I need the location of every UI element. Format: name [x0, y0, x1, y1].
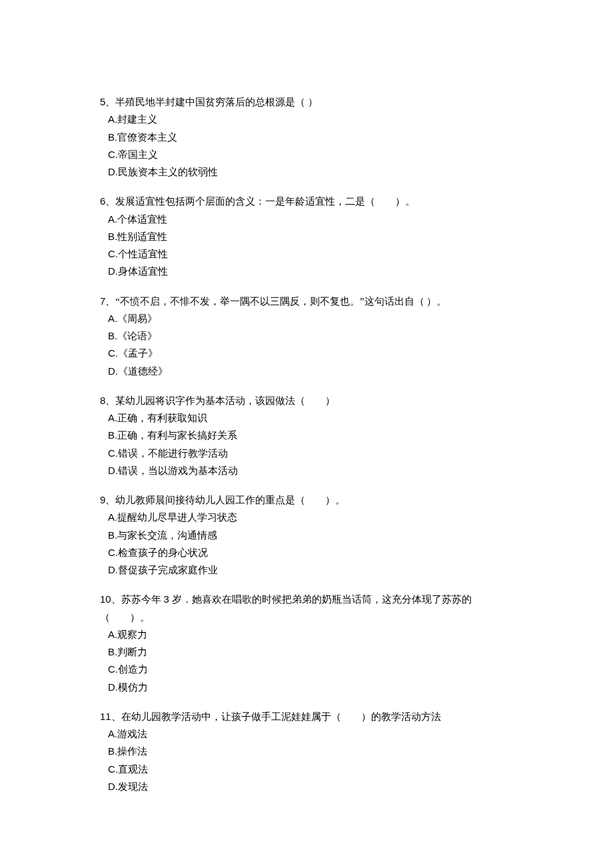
option-text: 封建主义 — [117, 114, 157, 125]
stem-text-suffix: 岁．她喜欢在唱歌的时候把弟弟的奶瓶当话筒，这充分体现了苏苏的 — [169, 594, 472, 605]
option-text: 模仿力 — [118, 682, 148, 693]
option-letter: A. — [108, 511, 117, 523]
question-10: 10、苏苏今年 3 岁．她喜欢在唱歌的时候把弟弟的奶瓶当话筒，这充分体现了苏苏的… — [100, 591, 513, 696]
option-letter: C. — [108, 248, 118, 259]
option-c: C.个性适宜性 — [108, 245, 513, 263]
option-letter: B. — [108, 131, 117, 143]
option-text: 游戏法 — [117, 729, 147, 739]
option-letter: D. — [108, 265, 118, 277]
option-a: A.个体适宜性 — [108, 211, 513, 228]
question-stem: 6、发展适宜性包括两个层面的含义：一是年龄适宜性，二是（ ）。 — [100, 193, 513, 210]
option-letter: A. — [108, 113, 117, 125]
option-text: 帝国主义 — [118, 149, 158, 160]
option-letter: B. — [108, 646, 117, 657]
question-number: 10 — [100, 593, 111, 605]
option-a: A.观察力 — [108, 626, 513, 643]
option-text: 《道德经》 — [118, 366, 168, 377]
option-letter: D. — [108, 166, 118, 177]
exam-page: 5、半殖民地半封建中国贫穷落后的总根源是（ ） A.封建主义 B.官僚资本主义 … — [0, 0, 613, 861]
stem-text: 、在幼儿园教学活动中，让孩子做手工泥娃娃属于（ ）的教学活动方法 — [111, 711, 441, 722]
options: A.封建主义 B.官僚资本主义 C.帝国主义 D.民族资本主义的软弱性 — [100, 111, 513, 181]
option-b: B.官僚资本主义 — [108, 129, 513, 146]
option-text: 错误，不能进行教学活动 — [118, 448, 228, 459]
question-stem: 9、幼儿教师晨间接待幼儿人园工作的重点是（ ）。 — [100, 491, 513, 509]
option-c: C.直观法 — [108, 761, 513, 778]
option-letter: D. — [108, 365, 118, 377]
option-text: 《周易》 — [117, 313, 157, 324]
option-letter: D. — [108, 465, 118, 476]
option-text: 督促孩子完成家庭作业 — [118, 565, 218, 575]
option-letter: C. — [108, 447, 118, 459]
option-text: 操作法 — [117, 746, 147, 757]
option-letter: A. — [108, 313, 117, 324]
option-text: 提醒幼儿尽早进人学习状态 — [117, 512, 237, 523]
option-text: 《孟子》 — [118, 348, 158, 359]
option-letter: C. — [108, 547, 118, 558]
option-text: 与家长交流，沟通情感 — [117, 530, 217, 541]
option-a: A.提醒幼儿尽早进人学习状态 — [108, 509, 513, 526]
option-letter: C. — [108, 763, 118, 775]
question-number: 11 — [100, 711, 111, 722]
option-letter: A. — [108, 728, 117, 739]
option-c: C.《孟子》 — [108, 345, 513, 362]
option-text: 直观法 — [118, 764, 148, 775]
option-b: B.判断力 — [108, 643, 513, 661]
question-11: 11、在幼儿园教学活动中，让孩子做手工泥娃娃属于（ ）的教学活动方法 A.游戏法… — [100, 708, 513, 795]
option-letter: D. — [108, 681, 118, 693]
option-d: D.《道德经》 — [108, 363, 513, 380]
option-c: C.检查孩子的身心状况 — [108, 544, 513, 561]
question-9: 9、幼儿教师晨间接待幼儿人园工作的重点是（ ）。 A.提醒幼儿尽早进人学习状态 … — [100, 491, 513, 579]
option-letter: B. — [108, 745, 117, 757]
option-c: C.帝国主义 — [108, 146, 513, 163]
option-d: D.错误，当以游戏为基本活动 — [108, 462, 513, 479]
option-text: 官僚资本主义 — [117, 132, 177, 143]
option-a: A.封建主义 — [108, 111, 513, 128]
option-text: 错误，当以游戏为基本活动 — [118, 465, 238, 476]
option-a: A.游戏法 — [108, 725, 513, 743]
option-letter: A. — [108, 412, 117, 423]
option-a: A.正确，有利获取知识 — [108, 409, 513, 427]
option-a: A.《周易》 — [108, 310, 513, 327]
age-number: 3 — [163, 593, 169, 605]
question-stem: 10、苏苏今年 3 岁．她喜欢在唱歌的时候把弟弟的奶瓶当话筒，这充分体现了苏苏的… — [100, 591, 513, 626]
stem-text: 、“不愤不启，不悱不发，举一隅不以三隅反，则不复也。”这句话出自（ ）。 — [105, 296, 446, 307]
question-8: 8、某幼儿园将识字作为基本活动，该园做法（ ） A.正确，有利获取知识 B.正确… — [100, 392, 513, 479]
option-b: B.操作法 — [108, 743, 513, 760]
option-c: C.创造力 — [108, 661, 513, 678]
stem-text: 、幼儿教师晨间接待幼儿人园工作的重点是（ ）。 — [105, 495, 345, 505]
options: A.正确，有利获取知识 B.正确，有利与家长搞好关系 C.错误，不能进行教学活动… — [100, 409, 513, 479]
option-text: 创造力 — [118, 664, 148, 675]
option-d: D.身体适宜性 — [108, 263, 513, 280]
option-text: 判断力 — [117, 647, 147, 657]
question-stem: 5、半殖民地半封建中国贫穷落后的总根源是（ ） — [100, 93, 513, 111]
option-letter: B. — [108, 429, 117, 441]
question-7: 7、“不愤不启，不悱不发，举一隅不以三隅反，则不复也。”这句话出自（ ）。 A.… — [100, 293, 513, 380]
option-text: 正确，有利与家长搞好关系 — [117, 430, 237, 441]
option-letter: C. — [108, 663, 118, 675]
option-c: C.错误，不能进行教学活动 — [108, 445, 513, 462]
stem-text: 、某幼儿园将识字作为基本活动，该园做法（ ） — [105, 395, 335, 406]
option-text: 发现法 — [118, 781, 148, 792]
option-letter: B. — [108, 529, 117, 541]
question-stem: 7、“不愤不启，不悱不发，举一隅不以三隅反，则不复也。”这句话出自（ ）。 — [100, 293, 513, 310]
stem-text-line2: （ ）。 — [100, 612, 150, 623]
options: A.游戏法 B.操作法 C.直观法 D.发现法 — [100, 725, 513, 795]
stem-text-prefix: 、苏苏今年 — [111, 594, 164, 605]
option-letter: A. — [108, 629, 117, 640]
option-text: 性别适宜性 — [117, 231, 167, 242]
option-letter: A. — [108, 213, 117, 225]
option-text: 《论语》 — [117, 331, 157, 341]
stem-text: 、发展适宜性包括两个层面的含义：一是年龄适宜性，二是（ ）。 — [105, 196, 415, 207]
option-letter: B. — [108, 330, 117, 341]
options: A.《周易》 B.《论语》 C.《孟子》 D.《道德经》 — [100, 310, 513, 380]
question-5: 5、半殖民地半封建中国贫穷落后的总根源是（ ） A.封建主义 B.官僚资本主义 … — [100, 93, 513, 181]
options: A.提醒幼儿尽早进人学习状态 B.与家长交流，沟通情感 C.检查孩子的身心状况 … — [100, 509, 513, 579]
option-b: B.与家长交流，沟通情感 — [108, 527, 513, 544]
option-text: 民族资本主义的软弱性 — [118, 167, 218, 177]
option-letter: C. — [108, 149, 118, 160]
option-text: 身体适宜性 — [118, 266, 168, 277]
options: A.个体适宜性 B.性别适宜性 C.个性适宜性 D.身体适宜性 — [100, 211, 513, 281]
option-d: D.督促孩子完成家庭作业 — [108, 561, 513, 579]
options: A.观察力 B.判断力 C.创造力 D.模仿力 — [100, 626, 513, 696]
question-6: 6、发展适宜性包括两个层面的含义：一是年龄适宜性，二是（ ）。 A.个体适宜性 … — [100, 193, 513, 280]
